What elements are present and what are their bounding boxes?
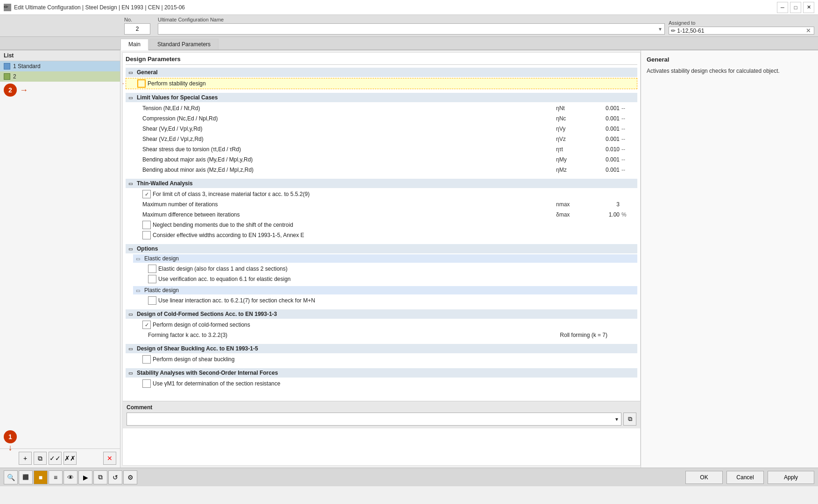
list-item-1[interactable]: 1 Standard: [0, 61, 120, 71]
forming-factor-label: Forming factor k acc. to 3.2.2(3): [148, 332, 378, 338]
shear-buckling-collapse[interactable]: ▭: [128, 346, 135, 351]
shear-vy-row: Shear (Vy,Ed / Vpl,y,Rd) ηVy 0.001 --: [126, 124, 637, 134]
bending-minor-label: Bending about minor axis (Mz,Ed / Mpl,z,…: [142, 167, 556, 173]
shear-torsion-value[interactable]: 0.010: [584, 146, 621, 153]
elastic-collapse[interactable]: ▭: [136, 256, 142, 261]
comment-input[interactable]: ▼: [127, 413, 621, 426]
name-dropdown-icon[interactable]: ▼: [658, 27, 663, 32]
assigned-clear-button[interactable]: ✕: [805, 27, 812, 34]
elastic-class12-checkbox[interactable]: [148, 265, 156, 273]
info-title: General: [647, 56, 812, 63]
bending-major-unit: --: [621, 156, 635, 163]
bending-major-value[interactable]: 0.001: [584, 156, 621, 163]
minimize-button[interactable]: ─: [777, 2, 788, 13]
bending-major-row: Bending about major axis (My,Ed / Mpl,y,…: [126, 154, 637, 165]
no-label: No.: [124, 17, 154, 22]
comment-dropdown[interactable]: ▼: [614, 417, 619, 422]
perform-cold-row[interactable]: Perform design of cold-formed sections: [126, 320, 637, 330]
bending-major-label: Bending about major axis (My,Ed / Mpl,y,…: [142, 156, 556, 163]
shear-torsion-symbol: ητt: [556, 146, 584, 153]
tension-value[interactable]: 0.001: [584, 105, 621, 112]
config-name-label: Ultimate Configuration Name: [158, 17, 665, 22]
shear-vy-unit: --: [621, 126, 635, 132]
toolbar-eye[interactable]: 👁: [63, 470, 78, 484]
consider-widths-checkbox[interactable]: [142, 231, 151, 239]
stability-design-row[interactable]: → Perform stability design: [126, 78, 637, 89]
thin-walled-section: ▭ Thin-Walled Analysis For limit c/t of …: [126, 179, 637, 240]
copy-button[interactable]: ⧉: [34, 452, 47, 465]
general-collapse[interactable]: ▭: [128, 70, 135, 75]
list-item-2[interactable]: 2: [0, 71, 120, 82]
app-icon: ✏: [4, 4, 11, 11]
options-collapse[interactable]: ▭: [128, 246, 135, 252]
cancel-button[interactable]: Cancel: [726, 471, 764, 484]
toolbar-table[interactable]: ⬛: [19, 470, 33, 484]
list-item-1-label: 1 Standard: [13, 63, 41, 70]
options-header: ▭ Options: [126, 244, 637, 253]
shear-vz-symbol: ηVz: [556, 136, 584, 142]
linear-interaction-checkbox[interactable]: [148, 296, 156, 305]
limit-class-checkbox[interactable]: [142, 190, 151, 198]
no-input[interactable]: [124, 23, 150, 35]
design-params-title: Design Parameters: [126, 56, 637, 65]
shear-vz-value[interactable]: 0.001: [584, 136, 621, 142]
elastic-eq61-checkbox[interactable]: [148, 275, 156, 283]
perform-shear-row[interactable]: Perform design of shear buckling: [126, 354, 637, 364]
limit-values-collapse[interactable]: ▭: [128, 95, 135, 100]
shear-torsion-row: Shear stress due to torsion (τt,Ed / τRd…: [126, 144, 637, 154]
toolbar-settings[interactable]: ⚙: [123, 470, 137, 484]
bending-minor-value[interactable]: 0.001: [584, 167, 621, 173]
tab-main[interactable]: Main: [120, 39, 148, 50]
options-section: ▭ Options ▭ Elastic design Elastic desig…: [126, 244, 637, 306]
thin-walled-collapse[interactable]: ▭: [128, 181, 135, 186]
add-button[interactable]: +: [19, 452, 32, 465]
perform-cold-label: Perform design of cold-formed sections: [153, 322, 635, 328]
elastic-class12-row[interactable]: Elastic design (also for class 1 and cla…: [126, 264, 637, 274]
ok-button[interactable]: OK: [685, 471, 723, 484]
toolbar-copy[interactable]: ⧉: [93, 470, 107, 484]
toolbar-lines[interactable]: ≡: [49, 470, 63, 484]
toolbar-render[interactable]: ■: [34, 470, 48, 484]
shear-vy-value[interactable]: 0.001: [584, 126, 621, 132]
max-diff-value[interactable]: 1.00: [584, 211, 621, 218]
perform-cold-checkbox[interactable]: [142, 321, 151, 329]
assigned-value: ✏ 1-12,50-61: [671, 28, 704, 34]
elastic-eq61-row[interactable]: Use verification acc. to equation 6.1 fo…: [126, 274, 637, 284]
list-item-2-label: 2: [13, 73, 16, 80]
cold-formed-collapse[interactable]: ▭: [128, 312, 135, 317]
compression-row: Compression (Nc,Ed / Npl,Rd) ηNc 0.001 -…: [126, 113, 637, 124]
neglect-bending-row[interactable]: Neglect bending moments due to the shift…: [126, 220, 637, 230]
toolbar-play[interactable]: ▶: [78, 470, 92, 484]
consider-widths-row[interactable]: Consider effective widths according to E…: [126, 230, 637, 240]
delete-button[interactable]: ✕: [103, 452, 116, 465]
close-button[interactable]: ✕: [803, 2, 814, 13]
compression-value[interactable]: 0.001: [584, 115, 621, 122]
stability-checkbox[interactable]: [137, 79, 146, 88]
bending-minor-row: Bending about minor axis (Mz,Ed / Mpl,z,…: [126, 165, 637, 175]
max-diff-symbol: δmax: [556, 211, 584, 218]
use-ym1-row[interactable]: Use γM1 for determination of the section…: [126, 378, 637, 389]
check-button[interactable]: ✓✓: [49, 452, 62, 465]
max-iterations-value[interactable]: 3: [584, 201, 621, 208]
shear-vz-label: Shear (Vz,Ed / Vpl,z,Rd): [142, 136, 556, 142]
tab-standard-parameters[interactable]: Standard Parameters: [149, 39, 219, 49]
bending-minor-unit: --: [621, 167, 635, 173]
stability-collapse[interactable]: ▭: [128, 371, 135, 376]
limit-class-row[interactable]: For limit c/t of class 3, increase mater…: [126, 189, 637, 199]
shear-vz-unit: --: [621, 136, 635, 142]
neglect-bending-checkbox[interactable]: [142, 221, 151, 229]
apply-button[interactable]: Apply: [768, 471, 814, 484]
uncheck-button[interactable]: ✗✗: [63, 452, 77, 465]
linear-interaction-row[interactable]: Use linear interaction acc. to 6.2.1(7) …: [126, 295, 637, 306]
toolbar-search[interactable]: 🔍: [4, 470, 18, 484]
perform-shear-checkbox[interactable]: [142, 355, 151, 364]
use-ym1-checkbox[interactable]: [142, 379, 151, 388]
use-ym1-label: Use γM1 for determination of the section…: [153, 380, 635, 387]
maximize-button[interactable]: □: [790, 2, 801, 13]
plastic-collapse[interactable]: ▭: [136, 288, 142, 293]
max-diff-unit: %: [621, 211, 635, 218]
left-panel: List 1 Standard 2 2 → 1 ↓ + ⧉ ✓✓ ✗✗: [0, 50, 120, 468]
comment-copy-button[interactable]: ⧉: [623, 413, 636, 426]
max-iterations-symbol: nmax: [556, 201, 584, 208]
toolbar-undo[interactable]: ↺: [108, 470, 122, 484]
